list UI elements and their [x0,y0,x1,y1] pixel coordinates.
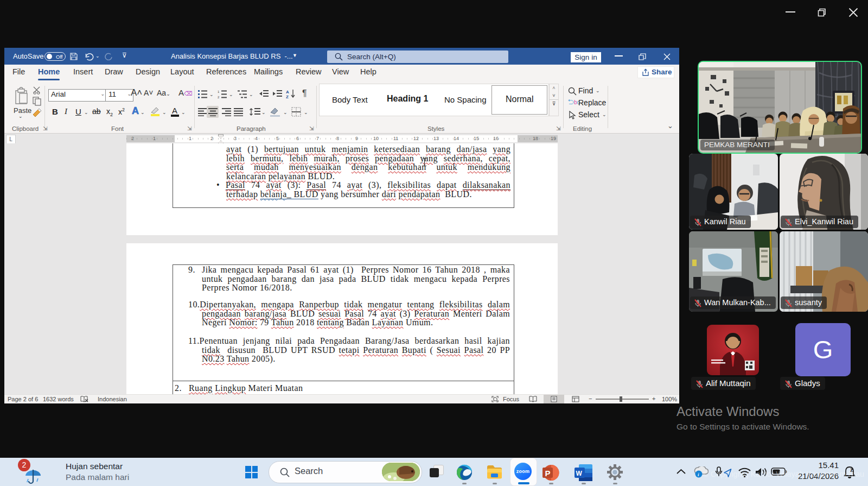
svg-text:Z: Z [286,94,289,99]
svg-text:1: 1 [218,90,220,93]
svg-text:W: W [576,470,583,477]
svg-text:P: P [545,469,551,478]
svg-text:2: 2 [218,96,220,98]
svg-text:A: A [286,90,289,94]
